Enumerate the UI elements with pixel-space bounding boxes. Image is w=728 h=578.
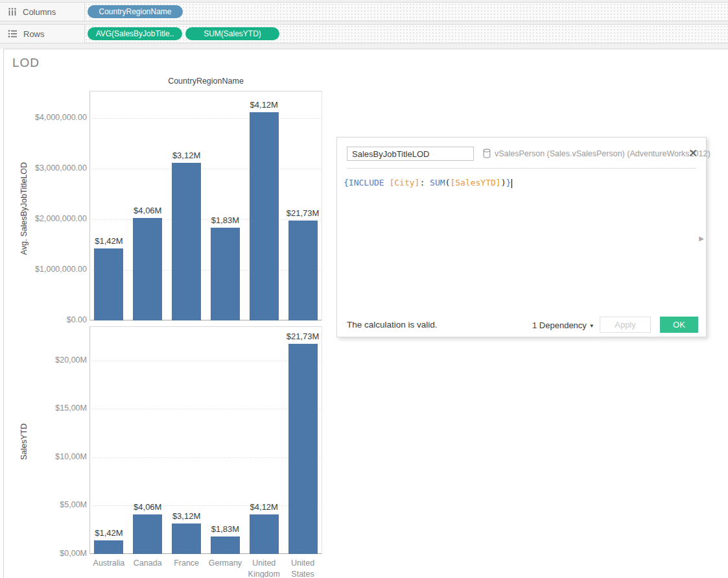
y-axis-title-bottom: SalesYTD [19, 413, 29, 471]
y-tick-label: $4,000,000.00 [4, 113, 87, 122]
gridline [89, 169, 322, 169]
bar-canada[interactable] [133, 218, 162, 320]
y-tick-label: $1,000,000.00 [4, 265, 87, 274]
y-tick-label: $0.00 [4, 315, 87, 324]
x-axis-label: United States [281, 558, 325, 578]
gridline [89, 457, 322, 458]
datasource-label: vSalesPerson (Sales.vSalesPerson) (Adven… [495, 149, 710, 158]
column-field-header: CountryRegionName [89, 77, 322, 86]
calculation-name-input[interactable] [347, 147, 474, 161]
formula-token: : [419, 178, 430, 187]
calculation-editor-dialog: vSalesPerson (Sales.vSalesPerson) (Adven… [336, 137, 707, 337]
bar-australia[interactable] [94, 248, 123, 320]
bar-value-label: $4,06M [119, 206, 177, 215]
datasource-row: vSalesPerson (Sales.vSalesPerson) (Adven… [483, 149, 710, 158]
columns-shelf[interactable]: Columns CountryRegionName [0, 2, 728, 21]
rows-icon [8, 29, 18, 38]
y-tick-label: $15,00M [4, 403, 87, 413]
formula-token: SUM [430, 178, 445, 187]
formula-text: {INCLUDE [City]: SUM([SalesYTD])} [344, 178, 512, 188]
bar-value-label: $4,06M [119, 502, 177, 512]
y-tick-label: $10,00M [4, 452, 87, 461]
columns-shelf-label: Columns [23, 7, 56, 17]
bar-value-label: $3,12M [158, 151, 216, 160]
bar-germany[interactable] [211, 536, 240, 554]
bar-value-label: $21,73M [274, 331, 332, 341]
pill-avg-salesbyjobtitle[interactable]: AVG(SalesByJobTitle.. [88, 27, 182, 40]
bar-value-label: $4,12M [235, 100, 293, 110]
bar-australia[interactable] [94, 540, 123, 554]
apply-button[interactable]: Apply [600, 317, 651, 333]
validation-status: The calculation is valid. [347, 320, 438, 330]
x-axis-label: France [165, 558, 209, 569]
rows-shelf-label-cell: Rows [0, 25, 85, 43]
y-tick-label: $2,000,000.00 [4, 214, 87, 223]
bar-value-label: $1,42M [80, 236, 138, 246]
y-tick-label: $20,00M [4, 355, 87, 365]
rows-shelf-label: Rows [23, 29, 45, 39]
bar-united-states[interactable] [288, 344, 318, 554]
text-cursor [511, 179, 512, 188]
sheet-title: LOD [12, 56, 40, 70]
database-icon [483, 149, 491, 158]
columns-shelf-label-cell: Columns [0, 3, 85, 21]
y-tick-label: $0,00M [4, 549, 87, 558]
formula-token: [SalesYTD] [450, 178, 500, 187]
x-axis-label: United Kingdom [242, 558, 286, 578]
dependency-dropdown[interactable]: 1 Dependency▼ [532, 320, 594, 330]
x-axis-label: Canada [126, 558, 170, 569]
formula-token: [City] [389, 178, 419, 187]
formula-token: } [506, 178, 511, 187]
rows-shelf[interactable]: Rows AVG(SalesByJobTitle.. SUM(SalesYTD) [0, 24, 728, 43]
x-axis-label: Germany [203, 558, 247, 569]
bar-value-label: $4,12M [235, 502, 293, 512]
columns-icon [8, 7, 17, 16]
bar-value-label: $1,83M [196, 524, 254, 534]
gridline [89, 409, 322, 409]
close-icon[interactable]: ✕ [687, 147, 699, 160]
dependency-label: 1 Dependency [532, 320, 587, 330]
formula-editor[interactable]: {INCLUDE [City]: SUM([SalesYTD])} [337, 169, 697, 311]
pill-country-region-name[interactable]: CountryRegionName [88, 5, 183, 18]
formula-token: {INCLUDE [344, 178, 389, 187]
gridline [89, 118, 322, 119]
bar-value-label: $1,83M [196, 215, 254, 225]
ok-button[interactable]: OK [660, 317, 698, 333]
gridline [89, 270, 322, 271]
bar-value-label: $21,73M [274, 208, 332, 218]
bar-france[interactable] [172, 163, 201, 320]
bar-value-label: $1,42M [80, 528, 138, 538]
shelf-area: Columns CountryRegionName Rows AVG(Sales… [0, 0, 728, 49]
tableau-workspace: Columns CountryRegionName Rows AVG(Sales… [0, 0, 728, 578]
chevron-down-icon: ▼ [589, 323, 594, 329]
y-tick-label: $5,00M [4, 500, 87, 509]
x-axis-label: Australia [87, 558, 131, 569]
y-tick-label: $3,000,000.00 [4, 163, 87, 173]
formula-token: ) [501, 178, 506, 187]
bar-value-label: $3,12M [158, 511, 216, 521]
gridline [89, 361, 322, 361]
pill-sum-salesytd[interactable]: SUM(SalesYTD) [185, 27, 279, 40]
bar-united-kingdom[interactable] [250, 514, 279, 554]
bar-germany[interactable] [211, 228, 240, 320]
expand-panel-icon[interactable]: ▶ [699, 235, 704, 242]
bar-united-states[interactable] [288, 221, 318, 320]
